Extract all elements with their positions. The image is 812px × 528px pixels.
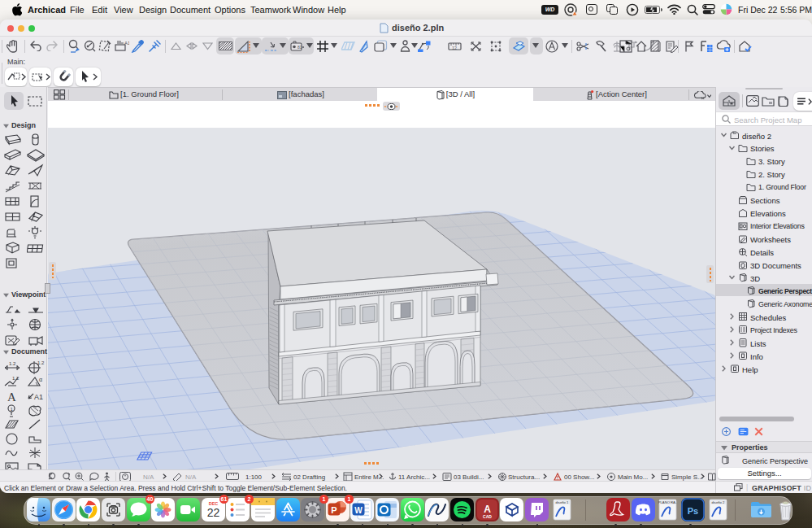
svg-text:CAD: CAD — [483, 514, 492, 519]
svg-text:A1: A1 — [124, 41, 129, 46]
svg-text:12: 12 — [452, 46, 457, 50]
svg-text:W: W — [355, 506, 363, 515]
svg-text:Ps: Ps — [688, 506, 698, 516]
svg-text:1.2: 1.2 — [12, 376, 20, 381]
svg-text:81: 81 — [297, 45, 302, 50]
svg-text:1: 1 — [11, 406, 14, 411]
svg-text:P: P — [331, 505, 337, 515]
svg-text:diseño 1: diseño 1 — [555, 500, 569, 504]
svg-text:diseño 2: diseño 2 — [711, 500, 725, 504]
svg-text:A: A — [7, 391, 16, 403]
svg-text:1.2: 1.2 — [37, 360, 45, 365]
svg-text:A: A — [484, 504, 491, 515]
svg-text:A1: A1 — [34, 393, 43, 401]
svg-text:22: 22 — [206, 506, 219, 519]
svg-text:1.2: 1.2 — [9, 361, 16, 366]
svg-text:PLANO RA..: PLANO RA.. — [658, 500, 678, 504]
svg-text:α: α — [39, 377, 42, 382]
svg-text:DEC: DEC — [208, 501, 218, 506]
